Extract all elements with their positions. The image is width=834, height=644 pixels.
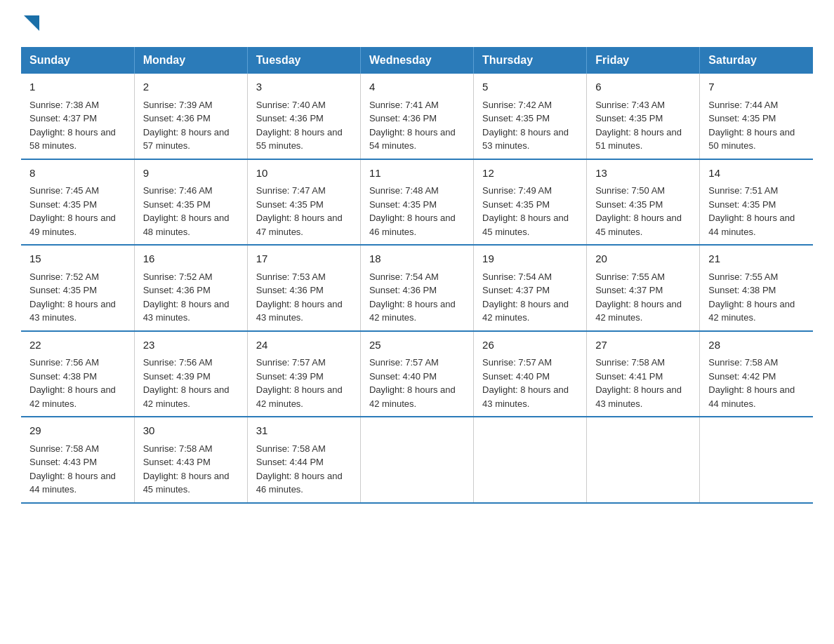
sunrise-info: Sunrise: 7:51 AM bbox=[708, 184, 805, 198]
sunset-info: Sunset: 4:35 PM bbox=[708, 112, 805, 126]
calendar-cell: 17Sunrise: 7:53 AMSunset: 4:36 PMDayligh… bbox=[247, 245, 360, 331]
daylight-info: Daylight: 8 hours and 54 minutes. bbox=[369, 126, 465, 153]
daylight-info: Daylight: 8 hours and 43 minutes. bbox=[29, 297, 126, 325]
sunset-info: Sunset: 4:40 PM bbox=[369, 370, 465, 384]
calendar-cell bbox=[474, 417, 587, 503]
daylight-info: Daylight: 8 hours and 45 minutes. bbox=[595, 211, 691, 239]
calendar-cell: 29Sunrise: 7:58 AMSunset: 4:43 PMDayligh… bbox=[21, 417, 134, 503]
sunrise-info: Sunrise: 7:52 AM bbox=[143, 270, 239, 284]
daylight-info: Daylight: 8 hours and 42 minutes. bbox=[369, 297, 465, 325]
day-number: 4 bbox=[369, 79, 465, 95]
day-number: 22 bbox=[29, 337, 126, 354]
daylight-info: Daylight: 8 hours and 46 minutes. bbox=[256, 469, 352, 497]
day-number: 21 bbox=[708, 251, 805, 267]
daylight-info: Daylight: 8 hours and 49 minutes. bbox=[29, 211, 126, 239]
sunrise-info: Sunrise: 7:56 AM bbox=[143, 356, 239, 370]
sunset-info: Sunset: 4:42 PM bbox=[708, 370, 805, 384]
sunset-info: Sunset: 4:40 PM bbox=[482, 370, 578, 384]
calendar-cell: 14Sunrise: 7:51 AMSunset: 4:35 PMDayligh… bbox=[700, 159, 813, 246]
daylight-info: Daylight: 8 hours and 44 minutes. bbox=[708, 383, 805, 410]
daylight-info: Daylight: 8 hours and 44 minutes. bbox=[708, 211, 805, 239]
day-number: 25 bbox=[369, 337, 465, 354]
sunrise-info: Sunrise: 7:48 AM bbox=[369, 184, 465, 198]
sunrise-info: Sunrise: 7:58 AM bbox=[595, 356, 691, 370]
sunset-info: Sunset: 4:37 PM bbox=[29, 112, 126, 126]
sunrise-info: Sunrise: 7:39 AM bbox=[143, 98, 239, 112]
daylight-info: Daylight: 8 hours and 43 minutes. bbox=[482, 383, 578, 410]
calendar-cell: 4Sunrise: 7:41 AMSunset: 4:36 PMDaylight… bbox=[360, 74, 473, 159]
sunset-info: Sunset: 4:39 PM bbox=[143, 370, 239, 384]
day-number: 19 bbox=[482, 251, 578, 267]
sunrise-info: Sunrise: 7:58 AM bbox=[256, 442, 352, 456]
sunset-info: Sunset: 4:36 PM bbox=[256, 112, 352, 126]
calendar-cell: 12Sunrise: 7:49 AMSunset: 4:35 PMDayligh… bbox=[474, 159, 587, 246]
sunset-info: Sunset: 4:44 PM bbox=[256, 455, 352, 469]
day-number: 6 bbox=[595, 79, 691, 95]
calendar-cell: 1Sunrise: 7:38 AMSunset: 4:37 PMDaylight… bbox=[21, 74, 134, 159]
day-number: 7 bbox=[708, 79, 805, 95]
page-header bbox=[21, 14, 813, 33]
sunset-info: Sunset: 4:35 PM bbox=[369, 198, 465, 212]
sunrise-info: Sunrise: 7:57 AM bbox=[256, 356, 352, 370]
daylight-info: Daylight: 8 hours and 43 minutes. bbox=[595, 383, 691, 410]
day-number: 20 bbox=[595, 251, 691, 267]
calendar-cell: 25Sunrise: 7:57 AMSunset: 4:40 PMDayligh… bbox=[360, 331, 473, 417]
calendar-cell: 13Sunrise: 7:50 AMSunset: 4:35 PMDayligh… bbox=[587, 159, 700, 246]
sunset-info: Sunset: 4:43 PM bbox=[143, 455, 239, 469]
sunset-info: Sunset: 4:35 PM bbox=[29, 283, 126, 297]
sunrise-info: Sunrise: 7:43 AM bbox=[595, 98, 691, 112]
day-number: 13 bbox=[595, 166, 691, 182]
logo-block bbox=[21, 14, 39, 33]
calendar-cell: 24Sunrise: 7:57 AMSunset: 4:39 PMDayligh… bbox=[247, 331, 360, 417]
calendar-cell: 23Sunrise: 7:56 AMSunset: 4:39 PMDayligh… bbox=[134, 331, 247, 417]
daylight-info: Daylight: 8 hours and 46 minutes. bbox=[369, 211, 465, 239]
day-number: 2 bbox=[143, 79, 239, 95]
logo-arrow-icon bbox=[24, 15, 39, 31]
daylight-info: Daylight: 8 hours and 42 minutes. bbox=[708, 297, 805, 325]
day-number: 23 bbox=[143, 337, 239, 354]
calendar-cell: 26Sunrise: 7:57 AMSunset: 4:40 PMDayligh… bbox=[474, 331, 587, 417]
daylight-info: Daylight: 8 hours and 51 minutes. bbox=[595, 126, 691, 153]
sunrise-info: Sunrise: 7:52 AM bbox=[29, 270, 126, 284]
day-number: 18 bbox=[369, 251, 465, 267]
weekday-header-thursday: Thursday bbox=[474, 47, 587, 74]
day-number: 10 bbox=[256, 166, 352, 182]
calendar-table: SundayMondayTuesdayWednesdayThursdayFrid… bbox=[21, 47, 813, 504]
day-number: 28 bbox=[708, 337, 805, 354]
sunset-info: Sunset: 4:38 PM bbox=[29, 370, 126, 384]
svg-marker-0 bbox=[24, 15, 39, 31]
calendar-cell: 6Sunrise: 7:43 AMSunset: 4:35 PMDaylight… bbox=[587, 74, 700, 159]
day-number: 31 bbox=[256, 423, 352, 439]
calendar-cell: 10Sunrise: 7:47 AMSunset: 4:35 PMDayligh… bbox=[247, 159, 360, 246]
sunrise-info: Sunrise: 7:58 AM bbox=[143, 442, 239, 456]
sunset-info: Sunset: 4:38 PM bbox=[708, 283, 805, 297]
sunrise-info: Sunrise: 7:58 AM bbox=[708, 356, 805, 370]
sunset-info: Sunset: 4:36 PM bbox=[143, 112, 239, 126]
sunset-info: Sunset: 4:37 PM bbox=[482, 283, 578, 297]
calendar-cell: 30Sunrise: 7:58 AMSunset: 4:43 PMDayligh… bbox=[134, 417, 247, 503]
calendar-cell: 7Sunrise: 7:44 AMSunset: 4:35 PMDaylight… bbox=[700, 74, 813, 159]
day-number: 26 bbox=[482, 337, 578, 354]
sunset-info: Sunset: 4:39 PM bbox=[256, 370, 352, 384]
sunrise-info: Sunrise: 7:50 AM bbox=[595, 184, 691, 198]
week-row-4: 22Sunrise: 7:56 AMSunset: 4:38 PMDayligh… bbox=[21, 331, 813, 417]
daylight-info: Daylight: 8 hours and 58 minutes. bbox=[29, 126, 126, 153]
day-number: 11 bbox=[369, 166, 465, 182]
weekday-header-monday: Monday bbox=[134, 47, 247, 74]
weekday-header-friday: Friday bbox=[587, 47, 700, 74]
sunset-info: Sunset: 4:35 PM bbox=[256, 198, 352, 212]
day-number: 27 bbox=[595, 337, 691, 354]
sunset-info: Sunset: 4:36 PM bbox=[256, 283, 352, 297]
calendar-cell bbox=[587, 417, 700, 503]
daylight-info: Daylight: 8 hours and 47 minutes. bbox=[256, 211, 352, 239]
weekday-header-wednesday: Wednesday bbox=[360, 47, 473, 74]
day-number: 5 bbox=[482, 79, 578, 95]
calendar-cell: 9Sunrise: 7:46 AMSunset: 4:35 PMDaylight… bbox=[134, 159, 247, 246]
sunrise-info: Sunrise: 7:42 AM bbox=[482, 98, 578, 112]
sunset-info: Sunset: 4:35 PM bbox=[708, 198, 805, 212]
sunrise-info: Sunrise: 7:58 AM bbox=[29, 442, 126, 456]
calendar-cell: 28Sunrise: 7:58 AMSunset: 4:42 PMDayligh… bbox=[700, 331, 813, 417]
day-number: 1 bbox=[29, 79, 126, 95]
daylight-info: Daylight: 8 hours and 42 minutes. bbox=[482, 297, 578, 325]
sunset-info: Sunset: 4:37 PM bbox=[595, 283, 691, 297]
